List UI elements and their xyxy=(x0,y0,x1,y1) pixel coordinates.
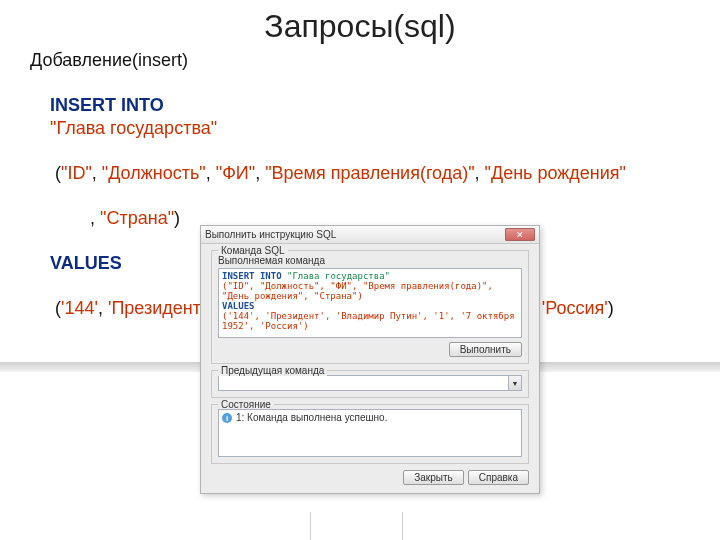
prev-command-input[interactable] xyxy=(218,375,508,391)
v2: 'Президент' xyxy=(108,298,204,318)
intro-subtitle: Добавление(insert) xyxy=(30,49,690,72)
decoration-line xyxy=(402,512,403,540)
paren-close: ) xyxy=(174,208,180,228)
status-text: 1: Команда выполнена успешно. xyxy=(236,412,387,423)
close-icon[interactable]: ✕ xyxy=(505,228,535,241)
ta-name: "Глава государства" xyxy=(282,271,390,281)
vclose: ) xyxy=(608,298,614,318)
help-button[interactable]: Справка xyxy=(468,470,529,485)
close-button[interactable]: Закрыть xyxy=(403,470,464,485)
group-status: Состояние i 1: Команда выполнена успешно… xyxy=(211,404,529,464)
status-output: i 1: Команда выполнена успешно. xyxy=(218,409,522,457)
group-sql-command: Команда SQL Выполняемая команда INSERT I… xyxy=(211,250,529,364)
dialog-title: Выполнить инструкцию SQL xyxy=(205,229,505,240)
col1: "ID" xyxy=(61,163,92,183)
tbl-name: "Глава государства" xyxy=(50,118,217,138)
page-title: Запросы(sql) xyxy=(0,0,720,49)
kw-values: VALUES xyxy=(50,253,122,273)
prev-command-combo[interactable]: ▼ xyxy=(218,375,522,391)
col4: "Время правления(года)" xyxy=(265,163,474,183)
group-label: Выполняемая команда xyxy=(218,255,522,266)
ta-line4: ('144', 'Президент', 'Владимир Путин', '… xyxy=(222,311,515,331)
v1: '144' xyxy=(61,298,98,318)
col5: "День рождения" xyxy=(485,163,626,183)
ta-kw2: VALUES xyxy=(222,301,255,311)
execute-button[interactable]: Выполнить xyxy=(449,342,522,357)
sql-dialog: Выполнить инструкцию SQL ✕ Команда SQL В… xyxy=(200,225,540,494)
kw-insert: INSERT INTO xyxy=(50,95,164,115)
dialog-titlebar[interactable]: Выполнить инструкцию SQL ✕ xyxy=(201,226,539,244)
col2: "Должность" xyxy=(102,163,206,183)
v6: 'Россия' xyxy=(542,298,608,318)
ta-line2: ("ID", "Должность", "ФИ", "Время правлен… xyxy=(222,281,493,301)
info-icon: i xyxy=(222,413,232,423)
col3: "ФИ" xyxy=(216,163,255,183)
chevron-down-icon[interactable]: ▼ xyxy=(508,375,522,391)
group-prev-command: Предыдущая команда ▼ xyxy=(211,370,529,398)
ta-kw1: INSERT INTO xyxy=(222,271,282,281)
group-legend: Предыдущая команда xyxy=(218,365,327,376)
sql-textarea[interactable]: INSERT INTO "Глава государства" ("ID", "… xyxy=(218,268,522,338)
decoration-line xyxy=(310,512,311,540)
col6: "Страна" xyxy=(100,208,174,228)
